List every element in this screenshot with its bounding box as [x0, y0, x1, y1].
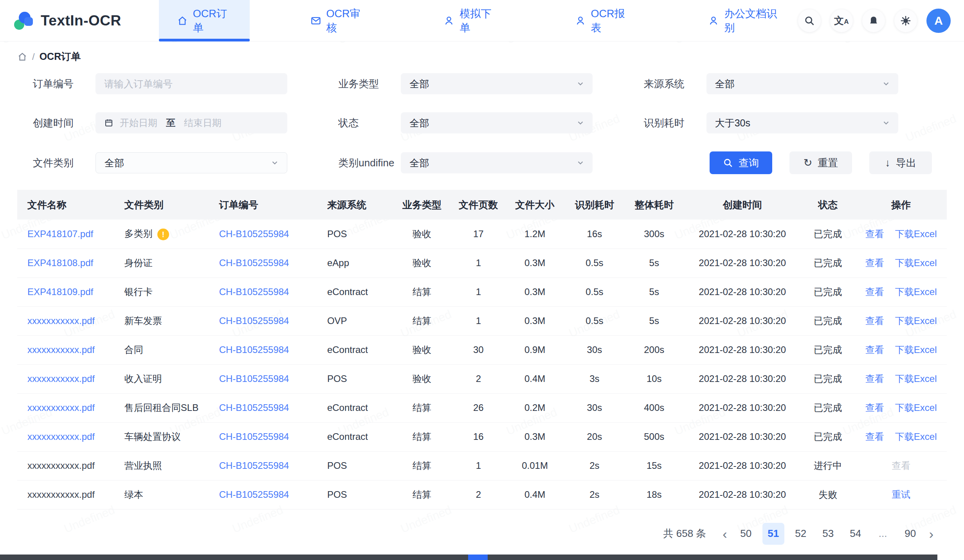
export-button[interactable]: ↓ 导出 [869, 151, 932, 174]
action-link[interactable]: 下载Excel [895, 431, 937, 442]
biz-type-select[interactable]: 全部 [401, 73, 593, 94]
warning-icon[interactable]: ! [157, 229, 169, 240]
category-text: 营业执照 [124, 460, 162, 471]
chevron-down-icon [882, 79, 890, 88]
cell-biz-type: 验收 [392, 335, 452, 364]
file-name-link[interactable]: xxxxxxxxxxx.pdf [27, 431, 95, 442]
action-link[interactable]: 下载Excel [895, 402, 937, 413]
table-header-row: 文件名称文件类别订单编号来源系统业务类型文件页数文件大小识别耗时整体耗时创建时间… [17, 190, 947, 220]
date-range-to: 至 [166, 117, 175, 129]
order-no-input[interactable] [104, 78, 279, 90]
cell-size: 0.3M [505, 248, 565, 277]
cell-created: 2021-02-28 10:30:20 [684, 220, 800, 248]
action-link[interactable]: 下载Excel [895, 373, 937, 384]
action-link[interactable]: 查看 [865, 315, 884, 326]
chevron-down-icon [882, 119, 890, 127]
date-range-picker[interactable]: 开始日期 至 结束日期 [95, 112, 287, 133]
file-cat-select[interactable]: 全部 [95, 152, 287, 173]
nav-item-2[interactable]: OCR审核 [292, 0, 383, 41]
nav-item-label: OCR订单 [193, 7, 232, 35]
cell-total-time: 5s [624, 248, 684, 277]
cell-size: 0.3M [505, 306, 565, 335]
page-button-53[interactable]: 53 [817, 523, 839, 545]
order-no-link[interactable]: CH-B105255984 [219, 344, 289, 355]
file-name-link[interactable]: xxxxxxxxxxx.pdf [27, 373, 95, 384]
page-button-51[interactable]: 51 [762, 523, 784, 545]
action-link[interactable]: 下载Excel [895, 286, 937, 297]
action-link[interactable]: 下载Excel [895, 229, 937, 239]
search-icon[interactable] [798, 9, 821, 32]
start-date-placeholder[interactable]: 开始日期 [120, 117, 157, 129]
order-no-link[interactable]: CH-B105255984 [219, 373, 289, 384]
cell-biz-type: 验收 [392, 248, 452, 277]
action-link[interactable]: 查看 [865, 402, 884, 413]
file-name-link[interactable]: xxxxxxxxxxx.pdf [27, 344, 95, 355]
cell-file-name: xxxxxxxxxxx.pdf [17, 451, 114, 480]
order-no-link[interactable]: CH-B105255984 [219, 257, 289, 268]
order-no-link[interactable]: CH-B105255984 [219, 431, 289, 442]
scrollbar-thumb[interactable] [468, 555, 488, 560]
reset-button[interactable]: ↻ 重置 [789, 151, 852, 174]
page-button-54[interactable]: 54 [845, 523, 867, 545]
cell-category: 营业执照 [114, 451, 209, 480]
home-breadcrumb-icon[interactable] [17, 52, 27, 62]
page-button-90[interactable]: 90 [899, 523, 921, 545]
action-link[interactable]: 查看 [865, 229, 884, 239]
order-no-link[interactable]: CH-B105255984 [219, 229, 289, 239]
table-row: xxxxxxxxxxx.pdf收入证明CH-B105255984POS验收20.… [17, 364, 947, 393]
col-header-6: 文件页数 [452, 190, 505, 220]
nav-item-4[interactable]: OCR报表 [557, 0, 648, 41]
action-link[interactable]: 查看 [865, 257, 884, 268]
cell-biz-type: 结算 [392, 451, 452, 480]
cell-pages: 2 [452, 480, 505, 509]
cell-status: 已完成 [800, 277, 855, 306]
avatar[interactable]: A [926, 9, 951, 33]
order-no-link[interactable]: CH-B105255984 [219, 460, 289, 471]
nav-item-1[interactable]: OCR订单 [159, 0, 250, 41]
nav-item-3[interactable]: 模拟下单 [425, 0, 514, 41]
action-link[interactable]: 查看 [865, 286, 884, 297]
col-header-2: 文件类别 [114, 190, 209, 220]
cell-created: 2021-02-28 10:30:20 [684, 277, 800, 306]
next-page-icon[interactable]: › [927, 527, 936, 540]
cell-order-no: CH-B105255984 [209, 480, 317, 509]
cell-file-name: xxxxxxxxxxx.pdf [17, 306, 114, 335]
file-name-link[interactable]: EXP418108.pdf [27, 257, 93, 268]
action-link[interactable]: 查看 [865, 431, 884, 442]
source-sys-value: 全部 [715, 77, 735, 90]
action-link[interactable]: 查看 [865, 373, 884, 384]
content: / OCR订单 订单编号 业务类型 全部 来源系统 全部 [0, 41, 964, 545]
nav-item-5[interactable]: 办公文档识别 [690, 0, 798, 41]
end-date-placeholder[interactable]: 结束日期 [184, 117, 222, 129]
cell-ocr-time: 0.5s [565, 277, 624, 306]
translate-icon[interactable]: 文A [830, 9, 853, 32]
status-select[interactable]: 全部 [401, 112, 593, 133]
ocr-cost-select[interactable]: 大于30s [706, 112, 898, 133]
action-link[interactable]: 查看 [865, 344, 884, 355]
breadcrumb: / OCR订单 [17, 50, 947, 63]
cat-undifine-select[interactable]: 全部 [401, 152, 593, 173]
action-link[interactable]: 下载Excel [895, 344, 937, 355]
action-link[interactable]: 下载Excel [895, 257, 937, 268]
category-text: 绿本 [124, 489, 143, 500]
query-button[interactable]: 查询 [710, 151, 772, 174]
file-name-link[interactable]: EXP418109.pdf [27, 286, 93, 297]
source-sys-select[interactable]: 全部 [706, 73, 898, 94]
notification-icon[interactable] [862, 9, 885, 32]
file-name-link[interactable]: xxxxxxxxxxx.pdf [27, 315, 95, 326]
order-no-link[interactable]: CH-B105255984 [219, 286, 289, 297]
create-time-label: 创建时间 [30, 116, 95, 130]
category-text: 多类别 [124, 228, 153, 239]
table-row: xxxxxxxxxxx.pdf营业执照CH-B105255984POS结算10.… [17, 451, 947, 480]
theme-icon[interactable] [894, 9, 917, 32]
action-link[interactable]: 重试 [892, 489, 910, 500]
file-name-link[interactable]: EXP418107.pdf [27, 229, 93, 239]
page-button-52[interactable]: 52 [790, 523, 812, 545]
order-no-link[interactable]: CH-B105255984 [219, 489, 289, 500]
order-no-link[interactable]: CH-B105255984 [219, 315, 289, 326]
prev-page-icon[interactable]: ‹ [720, 527, 729, 540]
action-link[interactable]: 下载Excel [895, 315, 937, 326]
order-no-link[interactable]: CH-B105255984 [219, 402, 289, 413]
file-name-link[interactable]: xxxxxxxxxxx.pdf [27, 402, 95, 413]
page-button-50[interactable]: 50 [735, 523, 757, 545]
